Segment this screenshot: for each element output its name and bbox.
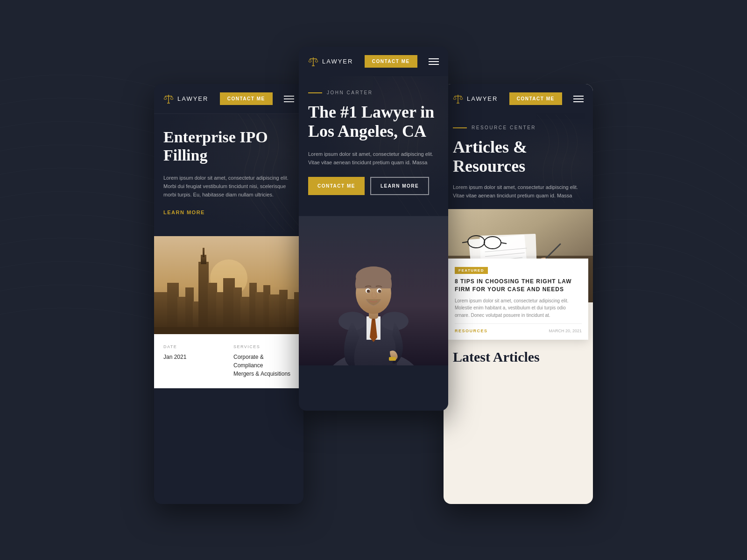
center-hero-title: The #1 Lawyer in Los Angeles, CA [308,103,439,141]
svg-rect-12 [203,248,204,257]
center-nav: LAWYER CONTACT ME [299,47,448,76]
scales-icon [163,94,174,104]
left-card-title: Enterprise IPO Filling [163,128,294,164]
right-section-title: Articles & Resources [453,138,584,176]
latest-articles-title: Latest Articles [453,349,584,365]
right-hero: RESOURCE CENTER Articles & Resources Lor… [444,113,593,209]
right-eyebrow-line [453,127,467,128]
center-contact-button[interactable]: CONTACT ME [308,177,365,195]
left-logo-text: LAWYER [177,95,208,102]
right-article-wrapper: FEATURED 8 TIPS IN CHOOSING THE RIGHT LA… [444,209,593,340]
center-hero-buttons: CONTACT ME LEARN MORE [308,177,439,195]
services-label: SERVICES [233,344,294,349]
svg-line-56 [484,242,485,243]
date-label: DATE [163,344,224,349]
svg-rect-10 [198,262,209,334]
service-2: Mergers & Acquisitions [233,370,294,378]
article-card: FEATURED 8 TIPS IN CHOOSING THE RIGHT LA… [448,259,588,340]
footer-date-col: DATE Jan 2021 [163,344,224,378]
center-nav-contact-button[interactable]: CONTACT ME [365,55,417,68]
center-menu-icon[interactable] [429,58,439,65]
svg-rect-13 [208,283,217,334]
right-logo-text: LAWYER [467,95,498,102]
svg-rect-42 [389,357,396,361]
center-logo-text: LAWYER [322,58,353,65]
right-phone-card: LAWYER CONTACT ME RESOURCE CENTER [444,84,593,504]
latest-articles-section: Latest Articles [444,340,593,374]
left-contact-button[interactable]: CONTACT ME [220,92,273,105]
city-image [154,236,303,334]
featured-badge: FEATURED [455,267,488,274]
svg-rect-25 [154,327,303,334]
svg-point-40 [367,290,370,293]
right-nav: LAWYER CONTACT ME [444,84,593,113]
center-hero: JOHN CARTER The #1 Lawyer in Los Angeles… [299,76,448,216]
svg-point-41 [378,290,381,293]
lawyer-photo [299,216,448,365]
date-value: Jan 2021 [163,353,224,361]
article-date: MARCH 20, 2021 [549,329,582,333]
right-scales-icon [453,94,463,104]
right-contact-button[interactable]: CONTACT ME [509,92,562,105]
left-menu-icon[interactable] [284,96,294,102]
right-title-line1: Articles & [453,138,527,156]
eyebrow-text: JOHN CARTER [327,90,373,95]
article-meta: RESOURCES MARCH 20, 2021 [455,329,582,333]
article-excerpt: Lorem ipsum dolor sit amet, consectetur … [455,297,582,324]
left-phone-card: LAWYER CONTACT ME Enterprise IPO Filling… [154,84,303,504]
right-eyebrow-text: RESOURCE CENTER [472,125,536,130]
center-learn-more-button[interactable]: LEARN MORE [370,177,429,195]
article-category: RESOURCES [455,329,488,333]
service-1: Corporate & Compliance [233,353,294,370]
left-card-body: Lorem ipsum dolor sit amet, consectetur … [163,174,294,199]
center-phone-card: LAWYER CONTACT ME JOHN CARTER The [299,47,448,411]
left-learn-more-link[interactable]: LEARN MORE [163,210,205,215]
svg-rect-15 [223,278,235,334]
center-eyebrow: JOHN CARTER [308,90,439,95]
center-hero-body: Lorem ipsum dolor sit amet, consectetur … [308,150,439,167]
footer-services-col: SERVICES Corporate & Compliance Mergers … [233,344,294,378]
center-logo: LAWYER [308,56,353,67]
left-nav: LAWYER CONTACT ME [154,84,303,114]
right-hero-body: Lorem ipsum dolor sit amet, consectetur … [453,183,584,200]
left-logo: LAWYER [163,94,208,104]
right-eyebrow: RESOURCE CENTER [453,125,584,130]
right-logo: LAWYER [453,94,498,104]
center-scales-icon [308,56,318,67]
right-menu-icon[interactable] [573,96,584,102]
right-title-line2: Resources [453,157,525,175]
left-card-content: Enterprise IPO Filling Lorem ipsum dolor… [154,114,303,236]
left-card-footer: DATE Jan 2021 SERVICES Corporate & Compl… [154,334,303,388]
article-title: 8 TIPS IN CHOOSING THE RIGHT LAW FIRM FO… [455,278,582,294]
eyebrow-line [308,92,322,93]
svg-rect-6 [167,283,179,334]
services-value: Corporate & Compliance Mergers & Acquisi… [233,353,294,378]
